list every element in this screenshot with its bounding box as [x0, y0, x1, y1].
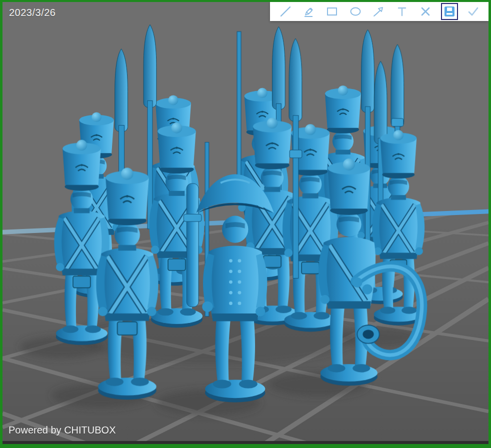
capture-region: 2023/3/26	[2, 2, 488, 444]
rectangle-tool-button[interactable]	[324, 4, 340, 20]
confirm-tool-button[interactable]	[465, 4, 481, 20]
text-tool-button[interactable]	[394, 4, 410, 20]
arrow-icon	[372, 5, 385, 18]
rectangle-icon	[326, 5, 338, 18]
screenshot-frame: 2023/3/26	[0, 0, 491, 448]
arrow-tool-button[interactable]	[370, 4, 386, 20]
pencil-tool-button[interactable]	[300, 4, 316, 20]
check-icon	[466, 5, 480, 18]
discard-tool-button[interactable]	[418, 4, 434, 20]
annotation-toolbar	[270, 2, 488, 21]
text-icon	[396, 5, 408, 18]
close-icon	[419, 5, 432, 18]
ellipse-icon	[349, 5, 362, 18]
render-viewport[interactable]	[2, 2, 488, 444]
pencil-icon	[302, 5, 315, 18]
date-label: 2023/3/26	[9, 7, 56, 18]
save-tool-button[interactable]	[441, 3, 458, 20]
chitubox-watermark: Powered by CHITUBOX	[8, 424, 116, 436]
bottom-strip	[2, 441, 488, 444]
line-icon	[279, 5, 292, 18]
line-tool-button[interactable]	[278, 4, 294, 20]
ellipse-tool-button[interactable]	[348, 4, 364, 20]
save-icon	[443, 5, 456, 18]
